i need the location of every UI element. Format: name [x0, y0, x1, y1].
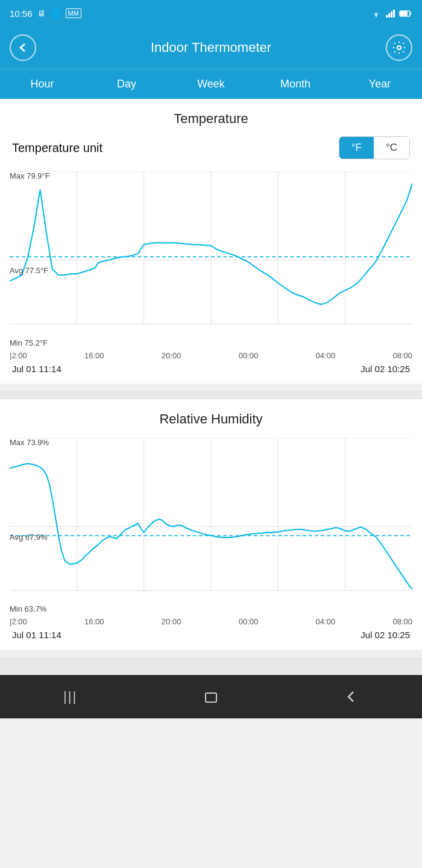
app-header: Indoor Thermometer: [0, 27, 422, 69]
wifi-icon: [370, 9, 382, 17]
hum-time-label-1: 16:00: [84, 617, 104, 626]
hum-time-label-2: 20:00: [162, 617, 181, 626]
svg-rect-4: [393, 10, 395, 17]
gear-icon: [392, 40, 406, 55]
signal-icon: [386, 9, 395, 17]
svg-rect-2: [388, 13, 390, 17]
menu-button[interactable]: |||: [56, 682, 85, 711]
bottom-divider: [0, 657, 422, 675]
time-label-1: 16:00: [84, 351, 104, 360]
temperature-title: Temperature: [10, 111, 412, 127]
unit-celsius-button[interactable]: °C: [374, 137, 409, 159]
section-divider: [0, 391, 422, 399]
tab-bar: Hour Day Week Month Year: [0, 69, 422, 99]
svg-rect-6: [400, 11, 408, 16]
time-label-5: 08:00: [392, 351, 412, 360]
temp-max-label: Max 79.9°F: [10, 171, 50, 180]
time-label-2: 20:00: [162, 351, 181, 360]
tab-year[interactable]: Year: [338, 69, 422, 99]
time-label-0: |2:00: [10, 351, 27, 360]
humidity-chart: [10, 438, 412, 615]
bottom-nav: |||: [0, 675, 422, 718]
monitor-icon: 🖥: [37, 8, 46, 18]
svg-point-0: [376, 16, 377, 17]
home-button[interactable]: [197, 682, 225, 711]
status-left: 10:56 🖥 🌐 MM: [10, 8, 81, 19]
temp-date-labels: Jul 01 11:14 Jul 02 10:25: [10, 360, 412, 374]
unit-row: Temperature unit °F °C: [10, 136, 412, 159]
humidity-max-label: Max 73.9%: [10, 438, 49, 447]
mm-icon: MM: [66, 8, 81, 18]
humidity-date-end: Jul 02 10:25: [361, 630, 410, 640]
svg-rect-26: [206, 693, 216, 702]
menu-icon: |||: [63, 689, 77, 705]
hum-time-label-0: |2:00: [10, 617, 27, 626]
hum-time-label-3: 00:00: [239, 617, 259, 626]
status-bar: 10:56 🖥 🌐 MM: [0, 0, 422, 27]
status-right: [370, 9, 412, 17]
humidity-title: Relative Humidity: [10, 411, 412, 427]
home-icon: [203, 688, 219, 705]
hum-time-label-4: 04:00: [316, 617, 336, 626]
tab-hour[interactable]: Hour: [0, 69, 84, 99]
temp-date-start: Jul 01 11:14: [12, 364, 61, 374]
humidity-avg-label: Avg 67.9%: [10, 532, 48, 541]
temp-avg-label: Avg 77.5°F: [10, 266, 48, 275]
globe-icon: 🌐: [51, 8, 61, 18]
svg-rect-3: [391, 11, 392, 17]
time-label-4: 04:00: [316, 351, 336, 360]
tab-week[interactable]: Week: [169, 69, 253, 99]
tab-day[interactable]: Day: [84, 69, 169, 99]
humidity-time-axis: |2:00 16:00 20:00 00:00 04:00 08:00: [10, 615, 412, 626]
svg-point-7: [397, 46, 401, 49]
back-nav-icon: [344, 689, 359, 704]
humidity-section: Relative Humidity Max 73.9% Avg 67.9% Mi…: [0, 399, 422, 650]
hum-time-label-5: 08:00: [392, 617, 412, 626]
settings-button[interactable]: [386, 34, 412, 61]
battery-icon: [399, 10, 412, 17]
temperature-section: Temperature Temperature unit °F °C Max 7…: [0, 99, 422, 384]
temp-time-axis: |2:00 16:00 20:00 00:00 04:00 08:00: [10, 349, 412, 360]
temp-date-end: Jul 02 10:25: [361, 364, 410, 374]
unit-toggle: °F °C: [339, 136, 410, 159]
time-label-3: 00:00: [239, 351, 259, 360]
back-button[interactable]: [10, 34, 36, 61]
temp-min-label: Min 75.2°F: [10, 338, 48, 347]
temperature-chart: [10, 171, 412, 349]
unit-fahrenheit-button[interactable]: °F: [339, 137, 374, 159]
humidity-date-start: Jul 01 11:14: [12, 630, 61, 640]
unit-label: Temperature unit: [12, 141, 102, 155]
status-time: 10:56: [10, 8, 33, 19]
humidity-date-labels: Jul 01 11:14 Jul 02 10:25: [10, 626, 412, 640]
page-title: Indoor Thermometer: [151, 40, 271, 55]
temperature-chart-container: Max 79.9°F Avg 77.5°F Min 75.2°F: [10, 171, 412, 374]
humidity-min-label: Min 63.7%: [10, 604, 46, 613]
svg-rect-1: [386, 15, 388, 17]
back-nav-button[interactable]: [337, 682, 366, 711]
tab-month[interactable]: Month: [253, 69, 338, 99]
